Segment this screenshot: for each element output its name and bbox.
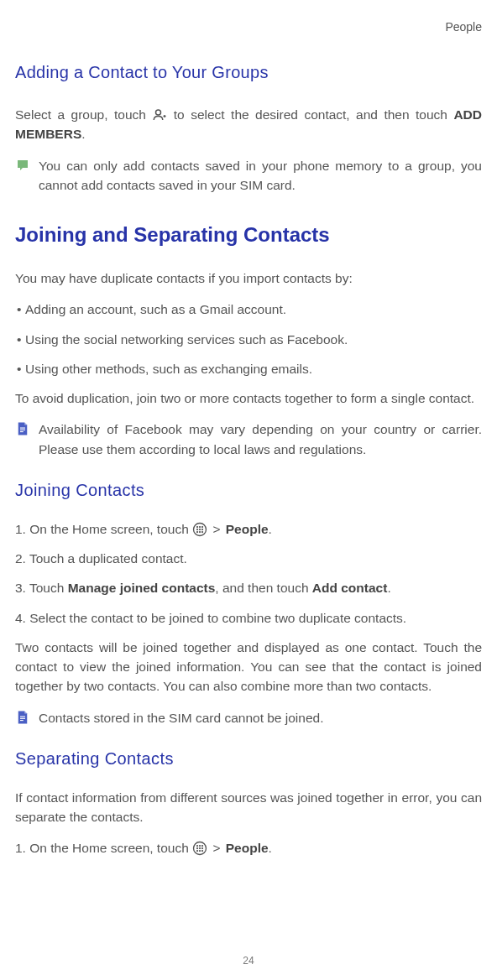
text: Using the social networking services suc… [25,332,348,347]
step-1: 1. On the Home screen, touch > People. [15,838,482,858]
page-number: 24 [243,953,254,968]
note-text: You can only add contacts saved in your … [39,156,482,195]
step-number: 4. [15,611,29,625]
paragraph: Select a group, touch to select the desi… [15,105,482,144]
text: Using other methods, such as exchanging … [25,362,312,376]
text-bold: Add contact [312,581,388,595]
bullet-item: •Using other methods, such as exchanging… [15,359,482,378]
step-number: 2. [15,551,29,566]
text: > [211,841,225,855]
paragraph: To avoid duplication, join two or more c… [15,388,482,408]
paragraph: You may have duplicate contacts if you i… [15,268,482,288]
tip-icon [15,158,30,173]
apps-grid-icon [192,841,207,856]
step-1: 1. On the Home screen, touch > People. [15,519,482,539]
note: Contacts stored in the SIM card cannot b… [15,708,482,727]
note: You can only add contacts saved in your … [15,156,482,195]
text: . [81,127,85,141]
text: . [269,522,272,536]
step-2: 2. Touch a duplicated contact. [15,549,482,568]
bullet-item: •Adding an account, such as a Gmail acco… [15,300,482,319]
bullet-item: •Using the social networking services su… [15,330,482,349]
text: to select the desired contact, and then … [174,107,454,122]
text: Select the contact to be joined to combi… [29,611,406,625]
add-contact-icon [152,107,167,122]
note-text: Availability of Facebook may vary depend… [39,420,482,459]
step-number: 1. [15,522,29,536]
note-text: Contacts stored in the SIM card cannot b… [39,708,482,727]
text: > [211,522,225,536]
paragraph: If contact information from different so… [15,788,482,827]
heading-joining-contacts: Joining Contacts [15,477,482,503]
note-page-icon [15,421,30,436]
step-3: 3. Touch Manage joined contacts, and the… [15,578,482,597]
text-bold: People [226,522,269,536]
heading-joining-separating: Joining and Separating Contacts [15,220,482,250]
step-number: 3. [15,581,29,595]
step-number: 1. [15,841,29,855]
text: On the Home screen, touch [29,522,192,536]
apps-grid-icon [192,522,207,537]
text-bold: People [226,841,269,855]
text: Touch a duplicated contact. [29,551,187,566]
heading-separating-contacts: Separating Contacts [15,746,482,771]
text: Touch [29,581,68,595]
note-page-icon [15,710,30,725]
paragraph: Two contacts will be joined together and… [15,638,482,696]
text-bold: Manage joined contacts [68,581,216,595]
text: On the Home screen, touch [29,841,192,855]
text: , and then touch [215,581,311,595]
note: Availability of Facebook may vary depend… [15,420,482,459]
text: . [269,841,272,855]
text: Adding an account, such as a Gmail accou… [25,302,286,316]
text: . [387,581,390,595]
chapter-header: People [15,18,482,36]
step-4: 4. Select the contact to be joined to co… [15,608,482,628]
heading-adding-contact-to-groups: Adding a Contact to Your Groups [15,60,482,85]
text: Select a group, touch [15,107,152,122]
